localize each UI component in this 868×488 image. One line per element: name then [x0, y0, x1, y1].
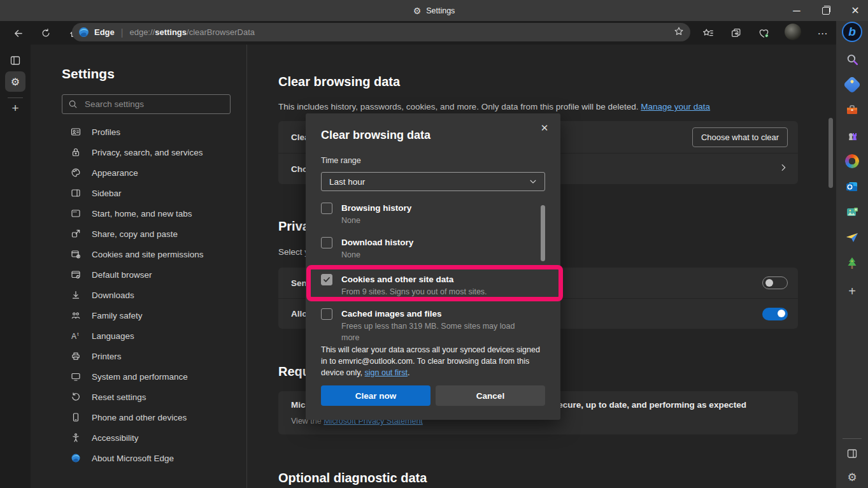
sidebar-item-privacy[interactable]: Privacy, search, and services: [61, 142, 243, 162]
choose-what-to-clear-button[interactable]: Choose what to clear: [692, 127, 788, 147]
page-scrollbar-thumb[interactable]: [829, 118, 833, 188]
sidebar-customize-button[interactable]: +: [841, 280, 864, 302]
cached-images-checkbox[interactable]: [321, 308, 332, 320]
minimize-icon: ─: [793, 5, 800, 17]
sidebar-panel-button[interactable]: [841, 443, 864, 464]
share-icon: [70, 229, 81, 240]
sidebar-games-button[interactable]: [841, 125, 864, 147]
ellipsis-icon: ⋯: [818, 27, 829, 39]
bing-chat-button[interactable]: b: [842, 22, 862, 42]
sidebar-item-default-browser[interactable]: Default browser: [61, 264, 243, 285]
item-detail: Frees up less than 319 MB. Some sites ma…: [341, 320, 531, 343]
item-detail: From 9 sites. Signs you out of most site…: [341, 286, 487, 298]
sidebar-item-system-performance[interactable]: System and performance: [61, 366, 243, 387]
sidebar-designer-button[interactable]: [841, 201, 864, 223]
payment-methods-toggle[interactable]: [762, 308, 788, 320]
title-bar: ⚙ Settings ─ ✕: [0, 0, 868, 21]
search-icon: [68, 99, 78, 109]
restore-button[interactable]: [811, 0, 841, 21]
sidebar-m365-button[interactable]: [841, 150, 864, 172]
shopping-tag-icon: [843, 76, 861, 94]
dialog-scrollbar-thumb[interactable]: [541, 205, 545, 261]
tab-actions-button[interactable]: [10, 55, 21, 69]
sidebar-search-button[interactable]: [841, 48, 864, 70]
sidebar-item-appearance[interactable]: Appearance: [61, 162, 243, 183]
download-icon: [70, 290, 81, 301]
sidebar-item-family-safety[interactable]: Family safety: [61, 305, 243, 326]
toggle-knob: [778, 310, 785, 317]
dialog-close-button[interactable]: ✕: [536, 120, 553, 136]
tab-actions-icon: [10, 55, 21, 66]
bing-icon: b: [842, 22, 862, 42]
time-range-select[interactable]: Last hour: [321, 172, 545, 191]
url-text[interactable]: edge://settings/clearBrowserData: [129, 27, 255, 37]
sidebar-item-cookies-permissions[interactable]: Cookies and site permissions: [61, 244, 243, 264]
sidebar-tree-button[interactable]: [841, 252, 864, 274]
edge-logo-icon: [70, 453, 81, 464]
refresh-button[interactable]: [36, 24, 55, 43]
sidebar-item-printers[interactable]: Printers: [61, 346, 243, 366]
sidebar-item-downloads[interactable]: Downloads: [61, 285, 243, 305]
download-history-checkbox[interactable]: [321, 237, 332, 248]
new-tab-page-icon: [70, 208, 81, 219]
sync-note-text: This will clear your data across all you…: [321, 345, 540, 377]
sidebar-item-share-copy[interactable]: Share, copy and paste: [61, 224, 243, 244]
sidebar-settings-button[interactable]: ⚙: [841, 466, 864, 488]
sidebar-item-languages[interactable]: At Languages: [61, 326, 243, 346]
sidebar-item-profiles[interactable]: Profiles: [61, 122, 243, 142]
clear-now-button[interactable]: Clear now: [321, 385, 430, 406]
accessibility-icon: [70, 433, 81, 443]
do-not-track-toggle[interactable]: [762, 276, 788, 289]
download-history-item: Download history None: [321, 237, 531, 261]
cancel-button[interactable]: Cancel: [436, 385, 545, 406]
more-menu-button[interactable]: ⋯: [813, 24, 832, 43]
settings-search-box[interactable]: [62, 94, 231, 114]
favorite-star-button[interactable]: [674, 26, 684, 38]
sidebar-item-start-home[interactable]: Start, home, and new tabs: [61, 203, 243, 224]
cookies-site-data-item: Cookies and other site data From 9 sites…: [321, 274, 531, 298]
sidebar-item-about-edge[interactable]: About Microsoft Edge: [61, 448, 243, 468]
cookies-checkbox[interactable]: [321, 274, 332, 285]
manage-your-data-link[interactable]: Manage your data: [641, 102, 710, 111]
sign-out-first-link[interactable]: sign out first: [365, 368, 408, 377]
item-label: Cookies and other site data: [341, 274, 487, 285]
m365-icon: [845, 154, 859, 168]
palette-icon: [70, 168, 81, 178]
site-button-label[interactable]: Edge: [94, 27, 115, 37]
printer-icon: [70, 351, 81, 362]
sidebar-item-accessibility[interactable]: Accessibility: [61, 427, 243, 448]
sidebar-tools-button[interactable]: [841, 99, 864, 121]
image-creator-icon: [845, 205, 859, 219]
browser-essentials-button[interactable]: [754, 24, 773, 43]
languages-icon: At: [70, 331, 81, 341]
paper-plane-icon: [845, 231, 859, 245]
favorites-button[interactable]: [699, 24, 718, 43]
gear-icon: ⚙: [847, 471, 857, 484]
sidebar-layout-icon: [70, 188, 81, 199]
item-detail: None: [341, 249, 413, 261]
address-bar[interactable]: Edge | edge://settings/clearBrowserData: [72, 23, 690, 41]
sidebar-item-reset-settings[interactable]: Reset settings: [61, 387, 243, 407]
optional-diagnostic-heading: Optional diagnostic data: [278, 471, 427, 485]
back-button[interactable]: [8, 24, 27, 43]
item-detail: None: [341, 215, 411, 226]
minimize-button[interactable]: ─: [782, 0, 811, 21]
search-input[interactable]: [83, 99, 224, 110]
sidebar-outlook-button[interactable]: [841, 176, 864, 197]
settings-tab-active[interactable]: ⚙: [5, 71, 25, 92]
reset-icon: [70, 392, 81, 403]
sidebar-drop-button[interactable]: [841, 227, 864, 248]
item-label: Browsing history: [341, 203, 411, 214]
browsing-history-item: Browsing history None: [321, 203, 531, 226]
sidebar-item-phone-devices[interactable]: Phone and other devices: [61, 407, 243, 427]
chevron-right-icon: [779, 163, 788, 175]
browsing-history-checkbox[interactable]: [321, 203, 332, 214]
sidebar-item-sidebar[interactable]: Sidebar: [61, 183, 243, 203]
search-icon: [846, 53, 859, 66]
sidebar-shopping-button[interactable]: [841, 74, 864, 96]
profile-avatar[interactable]: [785, 24, 801, 40]
new-tab-button[interactable]: +: [8, 101, 23, 116]
close-window-button[interactable]: ✕: [841, 0, 868, 21]
collections-button[interactable]: [727, 24, 746, 43]
tab-title-text: Settings: [426, 6, 455, 15]
